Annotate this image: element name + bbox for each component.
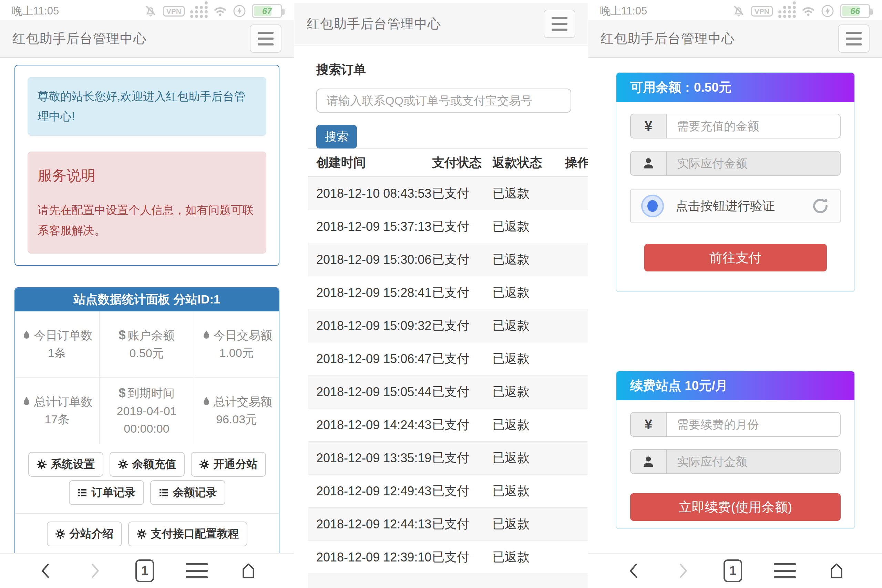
stat-cell-0: 今日订单数1条 — [15, 311, 100, 378]
action-row-2: 订单记录余额记录 — [15, 480, 279, 505]
battery-percent: 67 — [253, 6, 281, 16]
app-header: 红包助手后台管理中心 — [294, 3, 588, 45]
cell-created-time: 2018-12-09 12:39:10 — [308, 550, 432, 565]
vpn-icon: VPN — [751, 6, 773, 16]
action-button[interactable]: 订单记录 — [69, 480, 144, 505]
stat-label: 总计订单数 — [21, 393, 92, 411]
service-body: 请先在配置中设置个人信息，如有问题可联系客服解决。 — [38, 200, 256, 241]
renew-months-input[interactable] — [666, 412, 841, 437]
cell-pay-status: 已支付 — [432, 251, 492, 268]
back-button[interactable] — [625, 562, 642, 580]
cell-pay-status: 已支付 — [432, 317, 492, 334]
welcome-alert: 尊敬的站长您好,欢迎进入红包助手后台管理中心! — [28, 77, 266, 136]
status-bar: 晚上11:05 VPN 67 — [0, 0, 294, 20]
clock: 晚上11:05 — [600, 4, 647, 18]
status-bar: 晚上11:05 VPN 66 — [588, 0, 882, 20]
col-pay-status: 支付状态 — [432, 154, 492, 171]
divider — [15, 513, 279, 514]
battery-saver-icon — [232, 4, 246, 18]
action-button[interactable]: 开通分站 — [191, 452, 266, 477]
stat-cell-2: 今日交易额1.00元 — [194, 311, 279, 378]
table-row: 2018-12-09 15:06:47已支付已返款 — [308, 342, 588, 375]
clock: 晚上11:05 — [12, 4, 59, 18]
cell-created-time: 2018-12-09 15:09:32 — [308, 319, 432, 333]
browser-menu-button[interactable] — [774, 563, 796, 578]
back-button[interactable] — [36, 562, 54, 580]
search-orders-title: 搜索订单 — [316, 62, 588, 78]
renew-pay-input — [666, 449, 841, 474]
cell-created-time: 2018-12-09 15:28:41 — [308, 285, 432, 300]
cell-pay-status: 已支付 — [432, 483, 492, 500]
stat-label: 今日交易额 — [201, 327, 272, 344]
gear-icon — [199, 459, 210, 470]
stats-grid: 今日订单数1条$账户余额0.50元今日交易额1.00元总计订单数17条$到期时间… — [15, 311, 279, 444]
cell-pay-status: 已支付 — [432, 284, 492, 301]
gear-icon — [136, 529, 147, 539]
home-button[interactable] — [240, 562, 257, 580]
search-button[interactable]: 搜索 — [316, 125, 357, 148]
wifi-icon — [801, 4, 815, 18]
cell-created-time: 2018-12-09 14:24:43 — [308, 418, 432, 432]
browser-nav-bar: 1 — [0, 553, 294, 588]
recharge-amount-input[interactable] — [666, 114, 841, 138]
menu-button[interactable] — [838, 24, 870, 53]
stat-value: 2019-04-01 00:00:00 — [106, 402, 188, 438]
action-button[interactable]: 余额记录 — [150, 480, 225, 505]
cell-refund-status: 已返款 — [492, 251, 560, 268]
cell-created-time: 2018-12-09 12:44:13 — [308, 517, 432, 531]
actual-pay-input — [666, 151, 841, 176]
cell-created-time: 2018-12-09 12:49:43 — [308, 484, 432, 498]
cell-refund-status: 已返款 — [492, 185, 560, 202]
stat-label: 今日订单数 — [21, 327, 92, 344]
battery-icon: 66 — [840, 4, 870, 18]
table-row: 2018-12-09 15:05:44已支付已返款 — [308, 375, 588, 408]
orders-table: 创建时间 支付状态 返款状态 操作 2018-12-10 08:43:53已支付… — [308, 148, 588, 588]
welcome-panel: 尊敬的站长您好,欢迎进入红包助手后台管理中心! 服务说明 请先在配置中设置个人信… — [15, 65, 279, 266]
home-button[interactable] — [828, 562, 846, 580]
stat-cell-3: 总计订单数17条 — [15, 378, 100, 444]
gear-icon — [118, 459, 128, 470]
cell-pay-status: 已支付 — [432, 185, 492, 202]
go-pay-button[interactable]: 前往支付 — [644, 244, 827, 272]
yen-icon: ¥ — [630, 412, 666, 437]
table-row: 2018-12-09 12:49:43已支付已返款 — [308, 475, 588, 508]
dollar-icon: $ — [118, 328, 125, 342]
browser-menu-button[interactable] — [186, 563, 208, 578]
menu-button[interactable] — [250, 24, 282, 53]
captcha-refresh-icon[interactable] — [811, 197, 830, 215]
action-button[interactable]: 系统设置 — [28, 452, 104, 477]
forward-button[interactable] — [86, 562, 104, 580]
captcha-widget: 点击按钮进行验证 — [630, 189, 841, 222]
table-row: 2018-12-09 14:24:43已支付已返款 — [308, 408, 588, 442]
action-button[interactable]: 余额充值 — [110, 452, 184, 477]
recharge-card: 可用余额：0.50元 ¥ 点击按钮进行验证 前往支付 — [616, 72, 855, 292]
menu-button[interactable] — [544, 10, 575, 38]
renew-now-button[interactable]: 立即续费(使用余额) — [630, 493, 841, 521]
stat-cell-1: $账户余额0.50元 — [100, 311, 194, 378]
dollar-icon: $ — [118, 386, 125, 400]
user-icon — [630, 151, 666, 176]
vpn-icon: VPN — [163, 6, 184, 16]
action-button[interactable]: 支付接口配置教程 — [128, 522, 248, 546]
cell-pay-status: 已支付 — [432, 549, 492, 566]
tabs-button[interactable]: 1 — [723, 560, 742, 582]
screenshot-dashboard: 晚上11:05 VPN 67 红包助手后台管理中心 尊敬的站长您好,欢迎进入红包… — [0, 0, 294, 588]
screenshot-recharge: 晚上11:05 VPN 66 红包助手后台管理中心 可用余额：0.50元 ¥ — [588, 0, 882, 588]
battery-icon: 67 — [252, 4, 282, 18]
stat-value: 1.00元 — [219, 344, 254, 362]
action-button[interactable]: 分站介绍 — [47, 522, 122, 546]
stat-cell-5: 总计交易额96.03元 — [194, 378, 279, 444]
cell-pay-status: 已支付 — [432, 450, 492, 466]
app-header: 红包助手后台管理中心 — [0, 20, 294, 58]
cell-refund-status: 已返款 — [492, 284, 560, 301]
captcha-verify-button[interactable] — [641, 195, 664, 218]
service-alert: 服务说明 请先在配置中设置个人信息，如有问题可联系客服解决。 — [28, 152, 266, 254]
cell-refund-status: 已返款 — [492, 317, 560, 334]
app-header: 红包助手后台管理中心 — [588, 20, 882, 58]
table-row: 2018-12-09 13:35:19已支付已返款 — [308, 442, 588, 475]
forward-button[interactable] — [674, 562, 692, 580]
yen-icon: ¥ — [630, 114, 666, 138]
tabs-button[interactable]: 1 — [135, 560, 154, 582]
search-input[interactable] — [316, 88, 571, 112]
renew-header: 续费站点 10元/月 — [616, 371, 854, 400]
